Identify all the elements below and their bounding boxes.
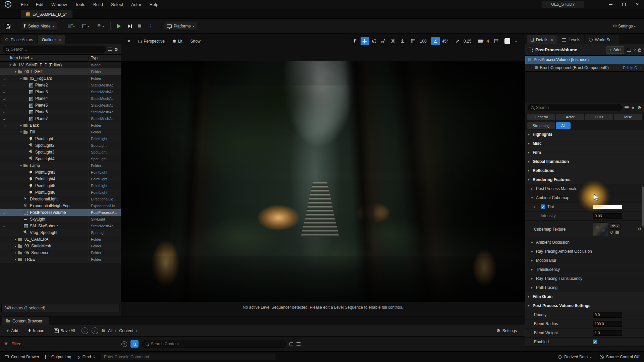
details-section-row[interactable]: ▸ Reflections	[525, 166, 644, 175]
console-command-input[interactable]	[104, 355, 272, 359]
visibility-eye-icon[interactable]	[0, 135, 8, 142]
filter-chip[interactable]: Actor	[556, 114, 584, 120]
save-search-icon[interactable]	[289, 342, 293, 346]
world-space-button[interactable]	[389, 37, 397, 45]
outliner-row[interactable]: SpotLight4 SpotLight	[0, 156, 121, 162]
play-button[interactable]	[115, 22, 123, 31]
filter-chip[interactable]: All	[556, 122, 571, 129]
visibility-eye-icon[interactable]	[0, 122, 8, 129]
breadcrumb-root[interactable]: All	[108, 328, 112, 333]
visibility-eye-icon[interactable]	[0, 102, 8, 109]
texture-asset-dropdown[interactable]: da	[610, 223, 621, 229]
outliner-row[interactable]: ▸ 05_Sequence Folder	[0, 249, 121, 256]
outliner-row[interactable]: Plane5 StaticMeshAc...	[0, 102, 121, 109]
filters-label[interactable]: Filters	[11, 342, 22, 346]
visibility-eye-icon[interactable]	[0, 256, 8, 263]
derived-data-button[interactable]: Derived Data	[558, 355, 592, 359]
perspective-dropdown[interactable]: Perspective	[135, 37, 168, 46]
tab-outliner[interactable]: Outliner	[38, 35, 65, 44]
rotation-snap-button[interactable]	[431, 37, 440, 45]
details-section-row[interactable]: ▸ Global Illumination	[525, 157, 644, 166]
select-tool-button[interactable]	[351, 37, 360, 45]
details-section-row[interactable]: ▾ Rendering Features	[525, 175, 644, 184]
tab-details[interactable]: Details	[527, 35, 557, 44]
viewport-options-chevron[interactable]	[512, 37, 520, 45]
view-layout-button[interactable]	[492, 37, 500, 45]
section-expand-arrow[interactable]: ▸	[531, 286, 536, 289]
visibility-eye-icon[interactable]	[0, 156, 8, 162]
expand-arrow-icon[interactable]: ▸	[13, 244, 18, 248]
expand-arrow-icon[interactable]: ▾	[13, 70, 18, 73]
play-options-button[interactable]	[146, 22, 156, 31]
outliner-row[interactable]: ExponentialHeightFog ExponentialHe...	[0, 202, 121, 209]
outliner-row[interactable]: Vfog_SpotLight SpotLight	[0, 229, 121, 236]
scale-tool-button[interactable]	[379, 37, 388, 45]
visibility-eye-icon[interactable]	[0, 223, 8, 229]
visibility-eye-icon[interactable]	[0, 162, 8, 169]
details-section-row[interactable]: ▾ Post Process Volume Settings	[525, 301, 644, 310]
expand-arrow-icon[interactable]: ▾	[8, 63, 12, 67]
visibility-eye-icon[interactable]	[0, 196, 8, 202]
outliner-row[interactable]: ▸ 03_StaticMesh Folder	[0, 243, 121, 249]
visibility-eye-icon[interactable]	[0, 142, 8, 149]
tab-levels[interactable]: Levels	[558, 35, 584, 44]
add-content-button[interactable]	[65, 22, 77, 31]
menu-item[interactable]: Build	[90, 1, 106, 8]
cinematics-button[interactable]	[94, 22, 106, 31]
outliner-row[interactable]: SkyLight SkyLight	[0, 216, 121, 223]
section-expand-arrow[interactable]: ▾	[528, 178, 533, 181]
visibility-eye-icon[interactable]	[0, 95, 8, 102]
visibility-eye-icon[interactable]	[0, 216, 8, 223]
details-search-input[interactable]	[536, 105, 619, 110]
outliner-row[interactable]: PointLight PointLight	[0, 135, 121, 142]
outliner-search-input[interactable]	[11, 47, 103, 52]
outliner-search[interactable]	[3, 46, 106, 53]
tint-color-swatch[interactable]	[593, 205, 622, 209]
breadcrumb-current[interactable]: Content	[119, 328, 133, 333]
outliner-row[interactable]: ▾ 00_LIGHT Folder	[0, 68, 121, 75]
help-icon[interactable]	[634, 48, 636, 52]
frame-skip-button[interactable]	[126, 22, 133, 31]
outliner-row[interactable]: ▸ 01_CAMERA Folder	[0, 236, 121, 243]
outliner-row[interactable]: SM_SkySphere StaticMeshAc...	[0, 223, 121, 229]
filter-chip[interactable]: General	[527, 114, 555, 120]
maximize-button[interactable]	[617, 0, 631, 9]
details-section-row[interactable]: ▸ Post Process Materials	[525, 184, 644, 193]
cmd-dropdown[interactable]: Cmd	[77, 355, 95, 359]
minimize-button[interactable]	[604, 0, 617, 9]
section-expand-arrow[interactable]: ▸	[528, 133, 533, 136]
filter-chip[interactable]: LOD	[585, 114, 613, 120]
content-search[interactable]	[142, 340, 286, 348]
tint-expand-arrow[interactable]: ▸	[534, 205, 539, 208]
close-button[interactable]	[631, 0, 644, 9]
menu-item[interactable]: Edit	[33, 1, 47, 8]
lock-icon[interactable]	[638, 49, 641, 52]
details-section-row[interactable]: ▸ Film	[525, 148, 644, 157]
visibility-eye-icon[interactable]	[0, 149, 8, 156]
outliner-row[interactable]: PostProcessVolume PostProcessV...	[0, 209, 121, 216]
camera-speed-value[interactable]: 4	[485, 37, 491, 45]
details-search[interactable]	[528, 104, 622, 111]
camera-speed-button[interactable]	[476, 37, 484, 45]
tint-checkbox[interactable]	[541, 204, 545, 209]
visibility-eye-icon[interactable]	[0, 88, 8, 95]
outliner-row[interactable]: Plane6 StaticMeshAc...	[0, 109, 121, 115]
priority-input[interactable]: 0.0	[593, 312, 622, 318]
section-expand-arrow[interactable]: ▸	[528, 295, 533, 298]
output-log-button[interactable]: Output Log	[45, 355, 71, 359]
source-control-button[interactable]: Source Control Off	[600, 355, 639, 359]
stop-button[interactable]	[136, 22, 144, 31]
import-button[interactable]: Import	[25, 327, 48, 335]
details-section-row[interactable]: ▸ Motion Blur	[525, 256, 644, 265]
visibility-eye-icon[interactable]	[0, 75, 8, 82]
column-type[interactable]: Type	[89, 56, 121, 60]
edit-in-cpp-link[interactable]: Edit in C++	[623, 66, 641, 70]
section-expand-arrow[interactable]: ▸	[528, 151, 533, 154]
filter-sliders-icon[interactable]	[625, 106, 629, 109]
outliner-row[interactable]: ▾ Lamp Folder	[0, 162, 121, 169]
scale-snap-value[interactable]: 0.25	[462, 37, 473, 45]
details-scrollbar[interactable]	[642, 186, 644, 227]
expand-arrow-icon[interactable]: ▾	[19, 164, 23, 167]
visibility-eye-icon[interactable]	[0, 115, 8, 122]
outliner-row[interactable]: PointLight5 PointLight	[0, 182, 121, 189]
